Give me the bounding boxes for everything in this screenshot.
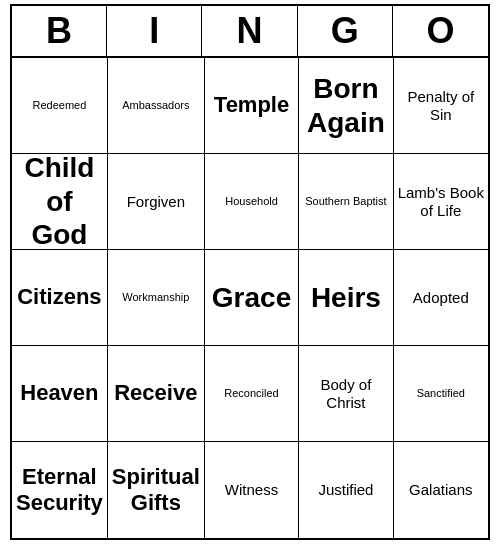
cell-text: Lamb's Book of Life	[398, 184, 484, 220]
header-letter: I	[107, 6, 202, 56]
cell-text: Receive	[114, 380, 197, 406]
cell-text: Born Again	[303, 72, 388, 139]
cell-text: Workmanship	[122, 291, 189, 304]
cell-text: Reconciled	[224, 387, 278, 400]
cell-text: Forgiven	[127, 193, 185, 211]
bingo-cell[interactable]: Temple	[205, 58, 299, 154]
bingo-cell[interactable]: Household	[205, 154, 299, 250]
cell-text: Justified	[318, 481, 373, 499]
bingo-cell[interactable]: Justified	[299, 442, 393, 538]
bingo-cell[interactable]: Southern Baptist	[299, 154, 393, 250]
cell-text: Redeemed	[33, 99, 87, 112]
bingo-cell[interactable]: Heaven	[12, 346, 108, 442]
header-letter: O	[393, 6, 488, 56]
cell-text: Southern Baptist	[305, 195, 386, 208]
cell-text: Sanctified	[417, 387, 465, 400]
bingo-card: BINGO RedeemedAmbassadorsTempleBorn Agai…	[10, 4, 490, 540]
bingo-cell[interactable]: Receive	[108, 346, 205, 442]
bingo-cell[interactable]: Sanctified	[394, 346, 488, 442]
bingo-cell[interactable]: Grace	[205, 250, 299, 346]
bingo-cell[interactable]: Child of God	[12, 154, 108, 250]
bingo-cell[interactable]: Galatians	[394, 442, 488, 538]
header-letter: B	[12, 6, 107, 56]
bingo-cell[interactable]: Workmanship	[108, 250, 205, 346]
cell-text: Spiritual Gifts	[112, 464, 200, 517]
header-letter: N	[202, 6, 297, 56]
bingo-grid: RedeemedAmbassadorsTempleBorn AgainPenal…	[12, 58, 488, 538]
cell-text: Temple	[214, 92, 289, 118]
bingo-header: BINGO	[12, 6, 488, 58]
bingo-cell[interactable]: Reconciled	[205, 346, 299, 442]
cell-text: Ambassadors	[122, 99, 189, 112]
bingo-cell[interactable]: Heirs	[299, 250, 393, 346]
cell-text: Heirs	[311, 281, 381, 315]
cell-text: Adopted	[413, 289, 469, 307]
bingo-cell[interactable]: Citizens	[12, 250, 108, 346]
cell-text: Grace	[212, 281, 291, 315]
bingo-cell[interactable]: Redeemed	[12, 58, 108, 154]
bingo-cell[interactable]: Body of Christ	[299, 346, 393, 442]
cell-text: Heaven	[20, 380, 98, 406]
bingo-cell[interactable]: Adopted	[394, 250, 488, 346]
cell-text: Eternal Security	[16, 464, 103, 517]
cell-text: Witness	[225, 481, 278, 499]
bingo-cell[interactable]: Eternal Security	[12, 442, 108, 538]
header-letter: G	[298, 6, 393, 56]
cell-text: Galatians	[409, 481, 472, 499]
cell-text: Child of God	[16, 151, 103, 252]
cell-text: Household	[225, 195, 278, 208]
cell-text: Citizens	[17, 284, 101, 310]
bingo-cell[interactable]: Spiritual Gifts	[108, 442, 205, 538]
bingo-cell[interactable]: Forgiven	[108, 154, 205, 250]
bingo-cell[interactable]: Ambassadors	[108, 58, 205, 154]
bingo-cell[interactable]: Born Again	[299, 58, 393, 154]
bingo-cell[interactable]: Penalty of Sin	[394, 58, 488, 154]
cell-text: Penalty of Sin	[398, 88, 484, 124]
cell-text: Body of Christ	[303, 376, 388, 412]
bingo-cell[interactable]: Witness	[205, 442, 299, 538]
bingo-cell[interactable]: Lamb's Book of Life	[394, 154, 488, 250]
